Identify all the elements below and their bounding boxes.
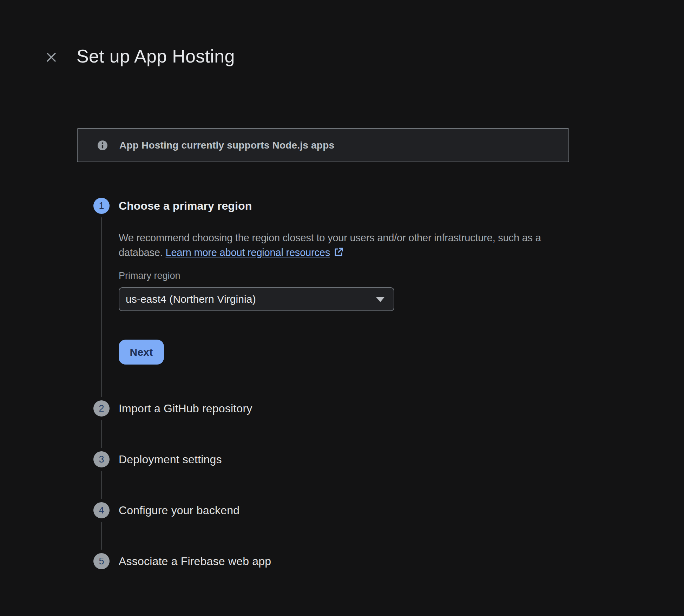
primary-region-select[interactable]: us-east4 (Northern Virginia)	[119, 287, 394, 311]
step-1-number: 1	[99, 201, 104, 211]
info-banner: App Hosting currently supports Node.js a…	[77, 128, 569, 162]
step-3-label: Deployment settings	[119, 453, 222, 466]
next-button[interactable]: Next	[119, 340, 164, 365]
step-4-indicator: 4	[93, 502, 110, 518]
learn-more-link[interactable]: Learn more about regional resources	[165, 247, 343, 258]
step-5-indicator: 5	[93, 553, 110, 569]
info-icon	[97, 140, 108, 151]
setup-app-hosting-dialog: Set up App Hosting App Hosting currently…	[0, 0, 684, 616]
step-2-number: 2	[99, 403, 104, 414]
primary-region-label: Primary region	[119, 270, 180, 281]
step-2-indicator: 2	[93, 400, 110, 417]
dropdown-arrow-icon	[376, 297, 384, 302]
step-4-label: Configure your backend	[119, 504, 239, 517]
info-banner-text: App Hosting currently supports Node.js a…	[119, 140, 334, 151]
close-icon	[45, 51, 58, 64]
learn-more-link-label: Learn more about regional resources	[165, 247, 330, 258]
connector-step3-step4	[101, 471, 101, 499]
step-4-number: 4	[99, 505, 104, 516]
close-button[interactable]	[42, 48, 60, 66]
primary-region-value: us-east4 (Northern Virginia)	[126, 293, 256, 305]
step-1-label: Choose a primary region	[119, 199, 252, 212]
step-3-indicator: 3	[93, 451, 110, 467]
step-1-indicator: 1	[93, 198, 110, 214]
connector-step1-step2	[101, 217, 101, 397]
step-3-number: 3	[99, 454, 104, 465]
step-2-label: Import a GitHub repository	[119, 402, 252, 415]
connector-step4-step5	[101, 522, 101, 550]
step-5-label: Associate a Firebase web app	[119, 555, 271, 568]
step-1-description: We recommend choosing the region closest…	[119, 230, 554, 261]
step-5-number: 5	[99, 556, 104, 567]
connector-step2-step3	[101, 420, 101, 448]
external-link-icon	[334, 246, 343, 261]
page-title: Set up App Hosting	[77, 46, 235, 67]
